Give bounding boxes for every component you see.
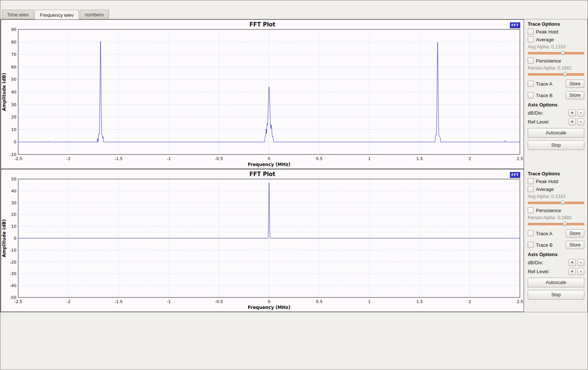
stop-button[interactable]: Stop bbox=[528, 140, 584, 150]
average-checkbox[interactable]: Average bbox=[528, 186, 584, 192]
svg-text:Amplitude (dB): Amplitude (dB) bbox=[1, 73, 7, 111]
app-window: Time wiev Frequency wiev numbers FFT Plo… bbox=[0, 0, 588, 370]
svg-text:50: 50 bbox=[11, 77, 16, 82]
checkbox-box[interactable] bbox=[528, 186, 534, 192]
trace-b-label: Trace B bbox=[536, 93, 553, 98]
axis-options-header: Axis Options bbox=[528, 252, 584, 257]
db-div-label: dB/Div: bbox=[528, 260, 567, 265]
tab-frequency-view[interactable]: Frequency wiev bbox=[35, 10, 79, 19]
svg-text:0: 0 bbox=[14, 140, 16, 144]
avg-alpha-slider[interactable] bbox=[528, 50, 584, 56]
persist-alpha-label: Persist Alpha: 0.1882 bbox=[528, 66, 584, 71]
checkbox-box[interactable] bbox=[528, 81, 534, 87]
slider-handle[interactable] bbox=[563, 72, 567, 76]
ref-level-minus-button[interactable]: - bbox=[577, 268, 584, 275]
svg-text:90: 90 bbox=[11, 28, 16, 32]
svg-text:-1: -1 bbox=[167, 156, 171, 161]
checkbox-box[interactable] bbox=[528, 58, 534, 64]
avg-alpha-slider[interactable] bbox=[528, 200, 584, 205]
ref-level-minus-button[interactable]: - bbox=[577, 118, 584, 125]
slider-track bbox=[528, 223, 584, 225]
persist-alpha-slider[interactable] bbox=[528, 221, 584, 227]
peak-hold-checkbox[interactable]: Peak Hold bbox=[528, 178, 584, 184]
svg-text:2.5: 2.5 bbox=[517, 299, 523, 304]
fft-panel-top: FFT Plot FFT -2.5-2-1.5-1-0.500.511.522.… bbox=[1, 19, 587, 169]
svg-text:-30: -30 bbox=[10, 271, 16, 276]
slider-handle[interactable] bbox=[563, 221, 567, 226]
svg-text:0: 0 bbox=[268, 299, 271, 304]
trace-a-label: Trace A bbox=[536, 81, 552, 87]
db-div-minus-button[interactable]: - bbox=[577, 109, 584, 117]
db-div-plus-button[interactable]: + bbox=[569, 109, 576, 117]
svg-text:-10: -10 bbox=[10, 152, 16, 157]
svg-text:-2: -2 bbox=[66, 299, 70, 304]
svg-text:-1.5: -1.5 bbox=[115, 299, 122, 304]
autoscale-button[interactable]: Autoscale bbox=[528, 278, 584, 287]
svg-text:30: 30 bbox=[11, 102, 16, 107]
trace-b-checkbox[interactable]: Trace B bbox=[528, 242, 566, 248]
svg-text:2: 2 bbox=[469, 156, 471, 161]
trace-b-label: Trace B bbox=[536, 242, 553, 248]
fft-badge: FFT bbox=[510, 172, 520, 178]
db-div-plus-button[interactable]: + bbox=[569, 259, 576, 266]
db-div-minus-button[interactable]: - bbox=[577, 259, 584, 266]
checkbox-box[interactable] bbox=[528, 92, 534, 98]
checkbox-box[interactable] bbox=[528, 242, 534, 248]
svg-text:80: 80 bbox=[11, 40, 16, 45]
store-trace-a-button[interactable]: Store bbox=[566, 80, 584, 88]
svg-text:1.5: 1.5 bbox=[416, 299, 423, 304]
svg-text:0.5: 0.5 bbox=[316, 299, 323, 304]
checkbox-box[interactable] bbox=[528, 230, 534, 236]
persistence-checkbox[interactable]: Persistence bbox=[528, 58, 584, 64]
svg-text:50: 50 bbox=[11, 178, 16, 182]
slider-handle[interactable] bbox=[560, 51, 565, 55]
svg-text:0: 0 bbox=[268, 156, 271, 161]
slider-track bbox=[528, 52, 584, 54]
ref-level-plus-button[interactable]: + bbox=[569, 118, 576, 125]
checkbox-box[interactable] bbox=[528, 36, 534, 42]
svg-text:-1.5: -1.5 bbox=[115, 156, 122, 161]
persistence-checkbox[interactable]: Persistence bbox=[528, 207, 584, 213]
slider-handle[interactable] bbox=[560, 200, 565, 205]
svg-text:Amplitude (dB): Amplitude (dB) bbox=[1, 219, 7, 258]
trace-a-checkbox[interactable]: Trace A bbox=[528, 81, 566, 87]
axis-options-header: Axis Options bbox=[528, 102, 584, 108]
tab-time-view[interactable]: Time wiev bbox=[2, 10, 34, 19]
svg-text:-10: -10 bbox=[10, 248, 16, 253]
fft-plot-canvas-bottom[interactable]: -2.5-2-1.5-1-0.500.511.522.550403020100-… bbox=[1, 178, 524, 311]
plot-title: FFT Plot bbox=[1, 169, 524, 178]
peak-hold-checkbox[interactable]: Peak Hold bbox=[528, 29, 584, 35]
trace-options-header: Trace Options bbox=[528, 21, 584, 27]
svg-text:40: 40 bbox=[11, 90, 16, 95]
svg-text:10: 10 bbox=[11, 127, 16, 132]
avg-alpha-label: Avg Alpha: 0.1333 bbox=[528, 194, 584, 199]
autoscale-button[interactable]: Autoscale bbox=[528, 128, 584, 138]
average-checkbox[interactable]: Average bbox=[528, 36, 584, 42]
store-trace-b-button[interactable]: Store bbox=[566, 91, 584, 99]
tab-numbers[interactable]: numbers bbox=[80, 10, 109, 19]
stop-button[interactable]: Stop bbox=[528, 290, 584, 300]
store-trace-a-button[interactable]: Store bbox=[566, 229, 584, 237]
plots-frame: FFT Plot FFT -2.5-2-1.5-1-0.500.511.522.… bbox=[0, 19, 588, 312]
trace-a-checkbox[interactable]: Trace A bbox=[528, 230, 566, 236]
fft-plot-canvas-top[interactable]: -2.5-2-1.5-1-0.500.511.522.5908070605040… bbox=[1, 28, 524, 168]
svg-text:30: 30 bbox=[11, 201, 16, 205]
trace-a-label: Trace A bbox=[536, 231, 552, 236]
store-trace-b-button[interactable]: Store bbox=[566, 241, 584, 249]
persist-alpha-slider[interactable] bbox=[528, 71, 584, 77]
slider-track bbox=[528, 73, 584, 76]
peak-hold-label: Peak Hold bbox=[536, 29, 558, 35]
checkbox-box[interactable] bbox=[528, 29, 534, 35]
tab-bar: Time wiev Frequency wiev numbers bbox=[0, 8, 588, 19]
ref-level-plus-button[interactable]: + bbox=[569, 268, 576, 275]
trace-controls-top: Trace Options Peak Hold Average Avg Alph… bbox=[524, 19, 587, 169]
trace-b-checkbox[interactable]: Trace B bbox=[528, 92, 566, 98]
svg-text:Frequency (MHz): Frequency (MHz) bbox=[248, 162, 290, 167]
svg-text:-2: -2 bbox=[66, 156, 70, 161]
peak-hold-label: Peak Hold bbox=[536, 179, 558, 184]
svg-text:Frequency (MHz): Frequency (MHz) bbox=[248, 305, 290, 310]
checkbox-box[interactable] bbox=[528, 207, 534, 213]
svg-text:10: 10 bbox=[11, 224, 16, 229]
persistence-label: Persistence bbox=[536, 208, 561, 213]
checkbox-box[interactable] bbox=[528, 178, 534, 184]
